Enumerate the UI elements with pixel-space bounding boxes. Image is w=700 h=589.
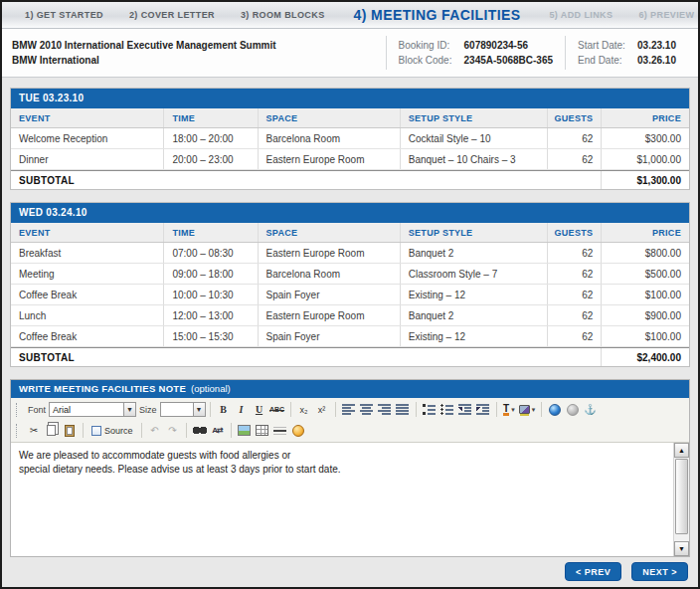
- col-space: SPACE: [258, 223, 400, 242]
- align-right-icon[interactable]: [376, 401, 394, 418]
- scrollbar-thumb[interactable]: [675, 459, 688, 534]
- cell-price: $900.00: [601, 305, 689, 325]
- cell-event: Lunch: [11, 310, 163, 321]
- insert-table-icon[interactable]: [254, 422, 271, 439]
- table-row: Breakfast 07:00 – 08:30 Eastern Europe R…: [11, 243, 689, 264]
- table-row: Welcome Reception 18:00 – 20:00 Barcelon…: [11, 128, 689, 149]
- insert-image-icon[interactable]: [236, 422, 254, 439]
- subtotal-row: SUBTOTAL $1,300.00: [11, 170, 689, 189]
- step-meeting-facilities[interactable]: 4) MEETING FACILITIES: [338, 7, 537, 23]
- cell-setup-style: Banquet 2: [400, 305, 547, 325]
- strikethrough-icon[interactable]: ABC: [268, 401, 286, 418]
- next-button[interactable]: NEXT >: [631, 562, 688, 581]
- prev-button[interactable]: < PREV: [565, 562, 621, 581]
- cell-time: 18:00 – 20:00: [163, 128, 257, 148]
- toolbar-separator: [496, 402, 497, 417]
- align-left-icon[interactable]: [340, 401, 358, 418]
- align-center-icon[interactable]: [358, 401, 376, 418]
- font-select[interactable]: Arial ▼: [49, 402, 136, 417]
- text-color-icon[interactable]: T▼: [501, 401, 519, 418]
- note-header: WRITE MEETING FACILITIES NOTE(optional): [11, 380, 689, 398]
- paste-icon[interactable]: [61, 422, 79, 439]
- toolbar-separator: [210, 402, 211, 417]
- toolbar-grip-icon[interactable]: [16, 424, 20, 438]
- toolbar-row-1: Font Arial ▼ Size ▼ B I U ABC x₂ x²: [14, 399, 686, 420]
- insert-link-icon[interactable]: [546, 401, 564, 418]
- background-color-icon[interactable]: ▼: [519, 401, 537, 418]
- bulleted-list-icon[interactable]: [438, 401, 456, 418]
- subtotal-value: $2,400.00: [601, 348, 689, 366]
- col-price: PRICE: [601, 108, 689, 127]
- redo-icon[interactable]: ↷: [164, 422, 182, 439]
- justify-icon[interactable]: [394, 401, 412, 418]
- cell-price: $1,000.00: [601, 149, 689, 169]
- toolbar-separator: [141, 423, 142, 438]
- step-navigation: 1) GET STARTED 2) COVER LETTER 3) ROOM B…: [2, 2, 698, 29]
- undo-icon[interactable]: ↶: [146, 422, 164, 439]
- table-rows: Breakfast 07:00 – 08:30 Eastern Europe R…: [11, 243, 689, 347]
- subscript-icon[interactable]: x₂: [295, 401, 313, 418]
- end-date-value: 03.26.10: [637, 53, 676, 68]
- toolbar-separator: [541, 402, 542, 417]
- italic-icon[interactable]: I: [233, 401, 251, 418]
- col-event: EVENT: [11, 228, 163, 238]
- cell-space: Spain Foyer: [258, 326, 400, 346]
- replace-icon[interactable]: A⇄: [209, 422, 227, 439]
- source-button[interactable]: Source: [88, 425, 137, 437]
- step-room-blocks[interactable]: 3) ROOM BLOCKS: [228, 10, 338, 20]
- cell-time: 10:00 – 10:30: [163, 285, 257, 304]
- meeting-note-editor: WRITE MEETING FACILITIES NOTE(optional) …: [10, 379, 690, 557]
- find-icon[interactable]: [191, 422, 209, 439]
- bold-icon[interactable]: B: [215, 401, 233, 418]
- toolbar-grip-icon[interactable]: [16, 403, 20, 417]
- chevron-down-icon[interactable]: ▼: [193, 403, 205, 416]
- step-add-links[interactable]: 5) ADD LINKS: [536, 10, 625, 20]
- col-time: TIME: [163, 108, 257, 127]
- booking-id-label: Booking ID:: [399, 38, 464, 53]
- table-rows: Welcome Reception 18:00 – 20:00 Barcelon…: [11, 128, 689, 170]
- cell-space: Eastern Europe Room: [258, 305, 400, 325]
- column-headers: EVENT TIME SPACE SETUP STYLE GUESTS PRIC…: [11, 223, 689, 243]
- table-row: Coffee Break 10:00 – 10:30 Spain Foyer E…: [11, 285, 689, 305]
- cell-event: Welcome Reception: [11, 133, 163, 144]
- note-text-area[interactable]: We are pleased to accommodate guests wit…: [11, 443, 673, 556]
- underline-icon[interactable]: U: [251, 401, 268, 418]
- subtotal-row: SUBTOTAL $2,400.00: [11, 347, 689, 366]
- increase-indent-icon[interactable]: [474, 401, 492, 418]
- unlink-icon[interactable]: [564, 401, 582, 418]
- scroll-down-icon[interactable]: ▼: [674, 541, 689, 556]
- cut-icon[interactable]: ✂: [25, 422, 43, 439]
- toolbar-separator: [416, 402, 417, 417]
- table-row: Lunch 12:00 – 13:00 Eastern Europe Room …: [11, 305, 689, 326]
- decrease-indent-icon[interactable]: [456, 401, 474, 418]
- scroll-up-icon[interactable]: ▲: [674, 443, 689, 458]
- step-cover-letter[interactable]: 2) COVER LETTER: [116, 10, 228, 20]
- cell-space: Barcelona Room: [258, 128, 400, 148]
- step-preview[interactable]: 6) PREVIEW: [625, 10, 700, 20]
- table-row: Coffee Break 15:00 – 15:30 Spain Foyer E…: [11, 326, 689, 347]
- chevron-down-icon[interactable]: ▼: [123, 403, 135, 416]
- block-code-label: Block Code:: [399, 53, 464, 68]
- cell-event: Breakfast: [11, 248, 163, 259]
- cell-setup-style: Banquet – 10 Chairs – 3: [400, 149, 547, 169]
- day-table-wed: WED 03.24.10 EVENT TIME SPACE SETUP STYL…: [10, 202, 690, 367]
- booking-info-bar: BMW 2010 International Executive Managem…: [2, 29, 698, 78]
- note-optional-label: (optional): [191, 383, 231, 394]
- cell-setup-style: Existing – 12: [400, 285, 547, 304]
- font-label: Font: [28, 405, 46, 415]
- subtotal-label: SUBTOTAL: [11, 175, 601, 186]
- copy-icon[interactable]: [43, 422, 61, 439]
- cell-price: $500.00: [601, 264, 689, 284]
- col-event: EVENT: [11, 113, 163, 123]
- smiley-icon[interactable]: [289, 422, 307, 439]
- horizontal-rule-icon[interactable]: [271, 422, 289, 439]
- superscript-icon[interactable]: x²: [313, 401, 331, 418]
- numbered-list-icon[interactable]: [421, 401, 438, 418]
- cell-guests: 62: [547, 149, 602, 169]
- size-select[interactable]: ▼: [160, 402, 206, 417]
- step-get-started[interactable]: 1) GET STARTED: [12, 10, 116, 20]
- size-label: Size: [139, 405, 157, 415]
- anchor-icon[interactable]: ⚓: [582, 401, 600, 418]
- note-scrollbar[interactable]: ▲ ▼: [673, 443, 689, 556]
- col-space: SPACE: [258, 108, 400, 127]
